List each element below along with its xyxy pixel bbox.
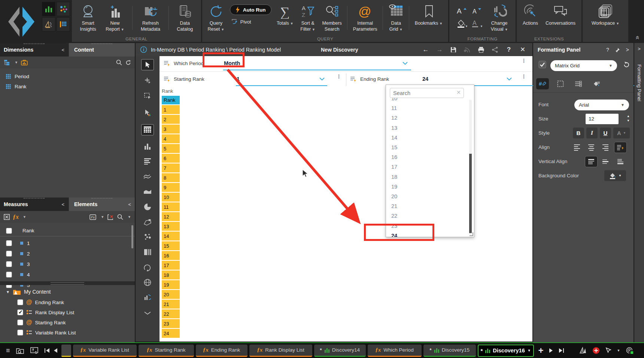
panel-collapse-icon[interactable]: > xyxy=(626,47,629,53)
help-icon[interactable]: ? xyxy=(505,46,513,53)
content-item-starting-rank[interactable]: @Starting Rank xyxy=(0,318,135,327)
content-explorer-icon[interactable] xyxy=(16,347,24,354)
text-format-tab[interactable]: # xyxy=(536,78,549,89)
advanced-visual-icon[interactable] xyxy=(141,292,154,303)
tab-ending-rank[interactable]: ƒxEnding Rank xyxy=(196,345,247,357)
dropdown-search-input[interactable] xyxy=(390,88,464,98)
content-item-variable-rank-list[interactable]: Variable Rank List xyxy=(0,328,135,337)
measure-item[interactable]: 3 xyxy=(0,259,135,269)
valign-top-button[interactable] xyxy=(585,156,598,167)
collapse-ribbon-icon[interactable]: » xyxy=(633,36,641,39)
align-right-button[interactable] xyxy=(599,142,612,153)
interact-tool-icon[interactable] xyxy=(141,107,154,118)
align-center-button[interactable] xyxy=(585,142,598,153)
collapse-elements-icon[interactable]: < xyxy=(128,202,131,207)
starting-rank-menu-icon[interactable]: ⁞ xyxy=(337,75,341,78)
grid-cell[interactable]: 11 xyxy=(162,202,180,212)
geo-map-visual-icon[interactable] xyxy=(141,277,154,288)
measure-group-rank[interactable]: Rank xyxy=(0,225,135,236)
auto-run-button[interactable]: Auto Run xyxy=(230,4,271,15)
starting-rank-value[interactable]: 1 xyxy=(237,76,240,82)
which-period-menu-icon[interactable]: ⁞ xyxy=(522,59,526,62)
matrix-grid-visual-icon[interactable] xyxy=(141,124,154,135)
dimension-item-period[interactable]: Period xyxy=(0,71,135,81)
first-tab-icon[interactable] xyxy=(44,348,50,353)
close-icon[interactable]: ✕ xyxy=(519,46,526,53)
expand-caret-icon[interactable]: ▼ xyxy=(6,290,10,294)
measure-checkbox[interactable] xyxy=(6,272,12,278)
underline-button[interactable]: U xyxy=(600,128,611,138)
formula-caret-icon[interactable]: ▼ xyxy=(23,215,26,219)
search-icon[interactable] xyxy=(116,59,122,65)
align-dynamic-button[interactable] xyxy=(614,142,627,153)
grid-cell[interactable]: 2 xyxy=(162,115,180,125)
expand-icon[interactable]: > xyxy=(634,46,644,52)
layout-format-tab[interactable] xyxy=(572,78,585,89)
pivot-button[interactable]: Pivot xyxy=(230,19,251,25)
tab-variable-rank-list[interactable]: ƒxVariable Rank List xyxy=(73,345,137,357)
grid-column-header[interactable]: Rank xyxy=(162,96,180,105)
area-chart-visual-icon[interactable] xyxy=(141,186,154,197)
refresh-icon[interactable] xyxy=(125,60,131,65)
content-item-checkbox[interactable] xyxy=(17,330,23,336)
grid-cell[interactable]: 8 xyxy=(162,173,180,183)
content-item-rank-display-list[interactable]: Rank Display List xyxy=(0,307,135,317)
slicer-board-icon[interactable] xyxy=(30,347,38,354)
reset-formatting-icon[interactable] xyxy=(623,61,630,68)
ending-rank-menu-icon[interactable]: ⁞ xyxy=(522,75,526,78)
print-icon[interactable] xyxy=(477,46,485,53)
clear-selection-icon[interactable] xyxy=(4,214,10,220)
discover-module-icon[interactable] xyxy=(42,2,55,16)
measure-checkbox[interactable] xyxy=(6,240,12,246)
grid-cell[interactable]: 22 xyxy=(162,309,180,319)
dropdown-item[interactable]: 18 xyxy=(391,174,459,183)
search-elements-icon[interactable] xyxy=(117,214,123,220)
new-report-button[interactable]: NewReport▼ xyxy=(104,3,125,33)
dimensions-panel-header[interactable]: Dimensions< xyxy=(0,43,68,56)
size-stepper[interactable]: ▲▼ xyxy=(627,114,630,122)
formula-box-caret-icon[interactable]: ▼ xyxy=(101,215,104,219)
data-grid-button[interactable]: DataGrid▼ xyxy=(387,3,405,33)
grid-cell[interactable]: 14 xyxy=(162,232,180,241)
actions-button[interactable]: Actions xyxy=(521,3,540,26)
measure-item[interactable]: 2 xyxy=(0,249,135,258)
subscription-icon[interactable] xyxy=(464,46,471,53)
bar-chart-visual-icon[interactable] xyxy=(141,141,154,152)
bold-button[interactable]: B xyxy=(573,128,584,138)
dropdown-scrollbar-thumb[interactable] xyxy=(469,154,472,233)
tab-starting-rank[interactable]: ƒxStarting Rank xyxy=(139,345,194,357)
formatting-panel-side-tab[interactable]: > Formatting Panel xyxy=(634,43,644,342)
info-icon[interactable] xyxy=(140,46,147,53)
grid-module-icon[interactable] xyxy=(57,17,70,31)
internal-parameters-button[interactable]: @InternalParameters xyxy=(352,3,379,32)
tab-rank-display-list[interactable]: ƒxRank Display List xyxy=(249,345,312,357)
dropdown-item[interactable]: 20 xyxy=(391,193,459,202)
panel-help-icon[interactable]: ? xyxy=(606,47,609,53)
next-tab-icon[interactable] xyxy=(549,348,553,353)
grid-cell[interactable]: 20 xyxy=(162,290,180,300)
panel-splitter[interactable] xyxy=(0,281,135,285)
grid-cell[interactable]: 13 xyxy=(162,222,180,232)
bookmarks-button[interactable]: Bookmarks▼ xyxy=(413,3,444,27)
grid-cell[interactable]: 12 xyxy=(162,212,180,222)
border-format-tab[interactable] xyxy=(554,78,567,89)
measure-item[interactable]: 1 xyxy=(0,238,135,248)
scatter-visual-icon[interactable] xyxy=(141,231,154,242)
fill-color-icon[interactable]: ▼ xyxy=(455,18,468,29)
present-mode-icon[interactable] xyxy=(579,347,587,354)
measures-panel-header[interactable]: Measures< xyxy=(0,198,68,211)
grid-cell[interactable]: 15 xyxy=(162,241,180,251)
rotate-visual-icon[interactable] xyxy=(141,262,154,273)
font-size-input[interactable]: 12 xyxy=(586,114,619,124)
measure-checkbox[interactable] xyxy=(6,251,12,257)
my-content-folder[interactable]: ▼ My Content xyxy=(0,287,135,297)
content-item-ending-rank[interactable]: @Ending Rank xyxy=(0,297,135,307)
pie-chart-visual-icon[interactable] xyxy=(141,201,154,212)
pointer-flag-icon[interactable] xyxy=(605,347,612,354)
partial-tab[interactable] xyxy=(61,345,71,357)
ending-rank-value[interactable]: 24 xyxy=(422,76,428,82)
add-annotation-icon[interactable] xyxy=(592,347,600,354)
dropdown-item[interactable]: 19 xyxy=(391,184,459,193)
members-search-button[interactable]: MembersSearch xyxy=(321,3,343,32)
dropdown-item[interactable]: 12 xyxy=(391,115,459,124)
